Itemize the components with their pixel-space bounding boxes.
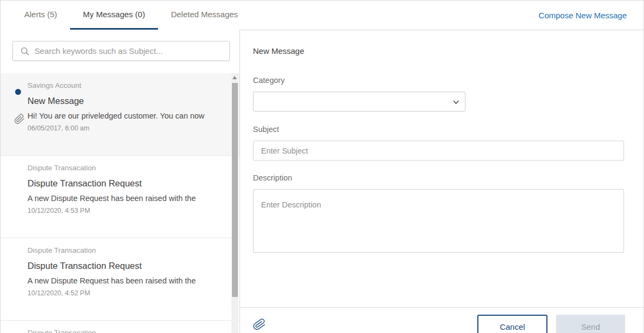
- category-label: Category: [253, 76, 624, 85]
- tab-bar: Alerts (5) My Messages (0) Deleted Messa…: [11, 1, 251, 30]
- cancel-button[interactable]: Cancel: [477, 315, 547, 333]
- message-list: Savings Account New Message Hi! You are …: [1, 73, 239, 333]
- description-label: Description: [253, 174, 624, 182]
- message-timestamp: 10/12/2020, 4:52 PM: [28, 289, 221, 297]
- unread-dot-icon: [15, 89, 21, 95]
- attach-file-icon[interactable]: [252, 316, 267, 333]
- compose-new-message-link[interactable]: Compose New Message: [539, 11, 627, 20]
- message-snippet: Hi! You are our priveledged customer. Yo…: [28, 112, 221, 120]
- message-category: Dispute Transacation: [28, 246, 221, 254]
- footer-buttons: Cancel Send: [477, 315, 625, 333]
- subject-label: Subject: [253, 125, 624, 134]
- message-list-item-1[interactable]: Savings Account New Message Hi! You are …: [1, 73, 239, 156]
- message-snippet: A new Dispute Request has been raised wi…: [28, 276, 221, 285]
- message-list-pane: Savings Account New Message Hi! You are …: [1, 30, 239, 333]
- message-title: New Message: [28, 96, 221, 106]
- category-select[interactable]: [253, 92, 465, 112]
- message-category: Savings Account: [28, 81, 221, 89]
- message-timestamp: 10/12/2020, 4:53 PM: [28, 207, 221, 214]
- search-input[interactable]: [35, 41, 226, 60]
- message-list-item-4[interactable]: Dispute Transacation: [1, 321, 239, 333]
- tab-my-messages[interactable]: My Messages (0): [70, 1, 158, 30]
- message-timestamp: 06/05/2017, 6:00 am: [28, 124, 221, 132]
- scroll-up-arrow-icon[interactable]: [232, 76, 237, 79]
- compose-pane: New Message Category Subject Description…: [239, 30, 644, 333]
- message-list-item-2[interactable]: Dispute Transacation Dispute Transaction…: [1, 156, 239, 238]
- search-box: [12, 41, 230, 61]
- send-button[interactable]: Send: [556, 315, 625, 333]
- message-title: Dispute Transaction Request: [28, 261, 221, 271]
- search-area: [1, 30, 239, 73]
- compose-footer: Cancel Send: [253, 315, 625, 333]
- category-select-wrap: [253, 92, 465, 112]
- main-content: Savings Account New Message Hi! You are …: [1, 30, 643, 333]
- message-list-item-3[interactable]: Dispute Transacation Dispute Transaction…: [1, 238, 239, 321]
- message-title: Dispute Transaction Request: [28, 178, 221, 189]
- header: Alerts (5) My Messages (0) Deleted Messa…: [1, 1, 643, 30]
- subject-input[interactable]: [253, 141, 624, 161]
- description-textarea[interactable]: [253, 189, 624, 253]
- tab-alerts[interactable]: Alerts (5): [11, 1, 70, 30]
- message-category: Dispute Transacation: [28, 164, 221, 172]
- attachment-icon: [14, 113, 25, 126]
- scrollbar-thumb[interactable]: [232, 83, 238, 297]
- footer-divider: [240, 307, 644, 308]
- messaging-app-window: Alerts (5) My Messages (0) Deleted Messa…: [0, 0, 644, 333]
- list-scrollbar[interactable]: [231, 73, 238, 333]
- tab-deleted-messages[interactable]: Deleted Messages: [158, 1, 251, 30]
- search-icon: [20, 46, 30, 56]
- compose-pane-title: New Message: [253, 46, 624, 56]
- message-snippet: A new Dispute Request has been raised wi…: [28, 194, 221, 203]
- message-category: Dispute Transacation: [28, 329, 221, 333]
